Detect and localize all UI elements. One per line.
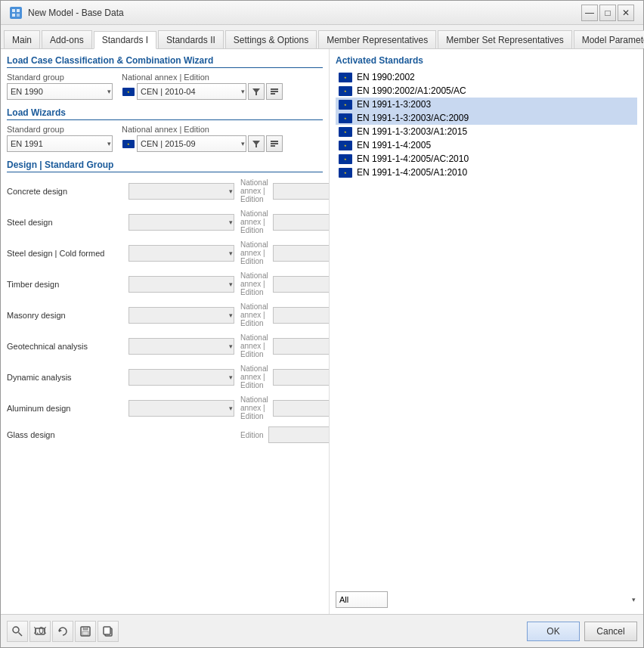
concrete-annex-select[interactable] — [273, 183, 330, 200]
glass-edition-label: Edition — [240, 431, 264, 439]
aluminum-label: Aluminum design — [7, 404, 124, 413]
tab-settings-options[interactable]: Settings & Options — [225, 30, 317, 48]
title-bar: New Model - Base Data — □ ✕ — [1, 1, 643, 25]
eu-flag-7: ★ — [339, 168, 352, 178]
load-wizards-section: Load Wizards Standard group EN 1991 ▾ — [7, 107, 323, 152]
geo-annex-select[interactable] — [273, 338, 330, 355]
aluminum-std-select[interactable] — [128, 400, 234, 417]
timber-std-select[interactable] — [128, 276, 234, 293]
standard-item-7[interactable]: ★ EN 1991-1-4:2005/A1:2010 — [336, 166, 637, 179]
eu-flag-3: ★ — [339, 113, 352, 123]
close-button[interactable]: ✕ — [618, 5, 634, 21]
minimize-button[interactable]: — — [581, 5, 598, 21]
search-button[interactable] — [7, 621, 28, 642]
steel-annex-label: National annex | Edition — [240, 209, 268, 234]
concrete-std-select[interactable] — [128, 183, 234, 200]
standard-item-0[interactable]: ★ EN 1990:2002 — [336, 70, 637, 84]
tab-standards-ii[interactable]: Standards II — [158, 30, 224, 48]
geo-label: Geotechnical analysis — [7, 342, 124, 351]
counter-button[interactable]: 0.00 — [29, 621, 51, 642]
standards-filter-select[interactable]: All EN 1990 EN 1991 EN 1992 EN 1993 — [336, 591, 388, 608]
svg-rect-7 — [271, 93, 275, 95]
standard-item-6[interactable]: ★ EN 1991-1-4:2005/AC:2010 — [336, 152, 637, 166]
steel-cold-annex-select[interactable] — [273, 245, 330, 262]
refresh-button[interactable] — [52, 621, 73, 642]
standard-code-4: EN 1991-1-3:2003/A1:2015 — [357, 126, 467, 137]
design-title: Design | Standard Group — [7, 160, 323, 172]
standard-item-2[interactable]: ★ EN 1991-1-3:2003 — [336, 98, 637, 111]
standard-item-3[interactable]: ★ EN 1991-1-3:2003/AC:2009 — [336, 111, 637, 125]
standard-item-1[interactable]: ★ EN 1990:2002/A1:2005/AC — [336, 84, 637, 98]
eu-flag-4: ★ — [339, 127, 352, 137]
geo-std-select[interactable] — [128, 338, 234, 355]
load-wizards-title: Load Wizards — [7, 107, 323, 120]
steel-cold-label: Steel design | Cold formed — [7, 249, 124, 258]
maximize-icon: □ — [605, 8, 610, 18]
action-icon-2 — [270, 139, 279, 148]
copy-button[interactable] — [98, 621, 119, 642]
load-wiz-action-button[interactable] — [266, 135, 283, 152]
save-button[interactable] — [75, 621, 96, 642]
tab-model-params[interactable]: Model Parameters — [574, 30, 644, 48]
aluminum-annex-select[interactable] — [273, 400, 330, 417]
steel-cold-annex-label: National annex | Edition — [240, 240, 268, 265]
maximize-button[interactable]: □ — [599, 5, 616, 21]
load-case-annex-label: National annex | Edition — [122, 73, 283, 82]
svg-rect-6 — [271, 91, 278, 92]
steel-std-select[interactable] — [128, 214, 234, 231]
standard-code-2: EN 1991-1-3:2003 — [357, 99, 431, 110]
glass-label: Glass design — [7, 430, 124, 439]
window-title: New Model - Base Data — [28, 8, 124, 18]
standard-item-4[interactable]: ★ EN 1991-1-3:2003/A1:2015 — [336, 125, 637, 138]
concrete-label: Concrete design — [7, 187, 124, 196]
glass-edition-select[interactable] — [268, 426, 330, 443]
ok-button[interactable]: OK — [527, 622, 580, 641]
geo-annex-label: National annex | Edition — [240, 333, 268, 358]
filter-row: All EN 1990 EN 1991 EN 1992 EN 1993 ▾ — [336, 591, 637, 608]
timber-annex-label: National annex | Edition — [240, 271, 268, 296]
filter-icon — [252, 87, 261, 96]
steel-label: Steel design — [7, 218, 124, 227]
tab-main[interactable]: Main — [4, 30, 40, 48]
load-case-filter-button[interactable] — [248, 83, 265, 100]
copy-icon — [102, 625, 114, 637]
svg-rect-2 — [12, 14, 15, 17]
steel-cold-std-select[interactable] — [128, 245, 234, 262]
load-case-std-select[interactable]: EN 1990 — [7, 83, 113, 100]
load-case-annex-select[interactable]: CEN | 2010-04 — [137, 83, 246, 100]
timber-annex-select[interactable] — [273, 276, 330, 293]
svg-rect-11 — [271, 145, 275, 147]
tab-member-rep[interactable]: Member Representatives — [318, 30, 436, 48]
window-icon — [10, 7, 22, 19]
load-wiz-std-select[interactable]: EN 1991 — [7, 135, 113, 152]
masonry-std-select[interactable] — [128, 307, 234, 324]
concrete-annex-label: National annex | Edition — [240, 178, 268, 203]
tab-standards-i[interactable]: Standards I — [94, 31, 156, 49]
refresh-icon — [57, 625, 69, 637]
load-wiz-filter-button[interactable] — [248, 135, 265, 152]
bottom-actions: OK Cancel — [527, 622, 637, 641]
tab-addons[interactable]: Add-ons — [42, 30, 92, 48]
dynamic-std-select[interactable] — [128, 369, 234, 386]
svg-rect-0 — [12, 9, 15, 12]
aluminum-annex-label: National annex | Edition — [240, 395, 268, 420]
eu-flag-2: ★ — [339, 100, 352, 110]
load-case-action-button[interactable] — [266, 83, 283, 100]
tab-bar: Main Add-ons Standards I Standards II Se… — [1, 25, 643, 49]
masonry-annex-select[interactable] — [273, 307, 330, 324]
main-window: New Model - Base Data — □ ✕ Main Add-ons… — [0, 0, 644, 648]
eu-flag-0: ★ — [339, 73, 352, 82]
dynamic-annex-select[interactable] — [273, 369, 330, 386]
masonry-label: Masonry design — [7, 311, 124, 320]
steel-annex-select[interactable] — [273, 214, 330, 231]
design-row-geo: Geotechnical analysis ▾ National annex |… — [7, 332, 323, 360]
svg-line-22 — [19, 632, 23, 636]
counter-icon: 0.00 — [34, 625, 46, 637]
dynamic-annex-label: National annex | Edition — [240, 364, 268, 389]
standard-item-5[interactable]: ★ EN 1991-1-4:2005 — [336, 138, 637, 152]
eu-flag-5: ★ — [339, 141, 352, 150]
tab-member-set-rep[interactable]: Member Set Representatives — [438, 30, 571, 48]
cancel-button[interactable]: Cancel — [584, 622, 637, 641]
svg-rect-9 — [271, 141, 278, 142]
load-wiz-annex-select[interactable]: CEN | 2015-09 — [137, 135, 246, 152]
